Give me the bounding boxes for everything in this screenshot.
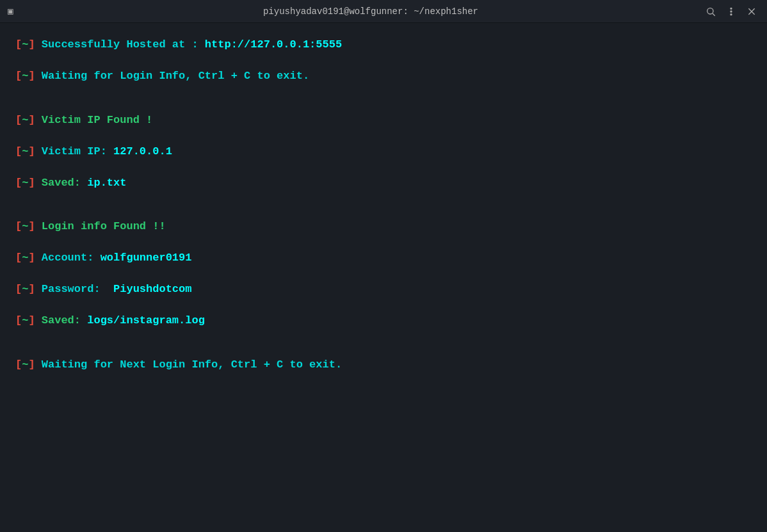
bracket-6: [ bbox=[15, 218, 22, 236]
spacer-9b bbox=[15, 343, 752, 356]
waiting-label-1: Waiting for Login Info, Ctrl + C to exit… bbox=[35, 67, 309, 86]
line-password: [~] Password: Piyushdotcom bbox=[15, 280, 752, 299]
titlebar: ▣ piyushyadav0191@wolfgunner: ~/nexph1sh… bbox=[0, 0, 767, 23]
line-victim-found: [~] Victim IP Found ! bbox=[15, 111, 752, 130]
bracket-1: [ bbox=[15, 36, 22, 54]
victim-found-label: Victim IP Found ! bbox=[35, 111, 153, 130]
menu-button[interactable] bbox=[723, 4, 739, 19]
window-icon: ▣ bbox=[8, 6, 13, 17]
tilde-6: ~ bbox=[22, 218, 28, 236]
titlebar-left-icon: ▣ bbox=[8, 6, 33, 17]
titlebar-controls bbox=[708, 4, 759, 19]
titlebar-title: piyushyadav0191@wolfgunner: ~/nexph1sher bbox=[33, 6, 708, 17]
line-hosted: [~] Successfully Hosted at : http://127.… bbox=[15, 36, 752, 54]
tilde-9: ~ bbox=[22, 312, 28, 330]
line-victim-ip: [~] Victim IP: 127.0.0.1 bbox=[15, 143, 752, 161]
password-label: Password: bbox=[35, 280, 113, 299]
spacer-5 bbox=[15, 192, 752, 205]
title-text: piyushyadav0191@wolfgunner: ~/nexph1sher bbox=[263, 6, 478, 17]
tilde-10: ~ bbox=[22, 356, 28, 375]
bracket-5-close: ] bbox=[28, 174, 35, 193]
bracket-10-close: ] bbox=[28, 356, 35, 375]
svg-point-4 bbox=[731, 13, 732, 15]
bracket-3: [ bbox=[15, 111, 22, 130]
line-login-found: [~] Login info Found !! bbox=[15, 218, 752, 236]
svg-point-3 bbox=[731, 11, 732, 12]
tilde-2: ~ bbox=[22, 67, 28, 86]
line-saved-log: [~] Saved: logs/instagram.log bbox=[15, 312, 752, 330]
close-icon bbox=[747, 6, 757, 17]
bracket-4: [ bbox=[15, 143, 22, 161]
spacer-3 bbox=[15, 130, 752, 143]
bracket-2: [ bbox=[15, 67, 22, 86]
bracket-1-close: ] bbox=[28, 36, 35, 54]
terminal-body: [~] Successfully Hosted at : http://127.… bbox=[0, 23, 767, 532]
spacer-2 bbox=[15, 86, 752, 99]
spacer-6 bbox=[15, 236, 752, 249]
more-vertical-icon bbox=[726, 6, 736, 17]
spacer-8 bbox=[15, 299, 752, 312]
bracket-4-close: ] bbox=[28, 143, 35, 161]
spacer-4 bbox=[15, 161, 752, 174]
bracket-9: [ bbox=[15, 312, 22, 330]
bracket-10: [ bbox=[15, 356, 22, 375]
account-label: Account: bbox=[35, 249, 101, 268]
saved-ip-label: Saved: bbox=[35, 174, 88, 193]
saved-log-label: Saved: bbox=[35, 312, 88, 330]
tilde-4: ~ bbox=[22, 143, 28, 161]
login-found-label: Login info Found !! bbox=[35, 218, 166, 236]
spacer-5b bbox=[15, 205, 752, 218]
spacer-1 bbox=[15, 54, 752, 67]
spacer-2b bbox=[15, 99, 752, 111]
close-button[interactable] bbox=[744, 4, 759, 19]
saved-ip-value: ip.txt bbox=[87, 174, 126, 193]
bracket-9-close: ] bbox=[28, 312, 35, 330]
svg-point-0 bbox=[707, 8, 713, 13]
line-saved-ip: [~] Saved: ip.txt bbox=[15, 174, 752, 193]
bracket-3-close: ] bbox=[28, 111, 35, 130]
tilde-8: ~ bbox=[22, 280, 28, 299]
bracket-6-close: ] bbox=[28, 218, 35, 236]
password-value: Piyushdotcom bbox=[113, 280, 191, 299]
bracket-2-close: ] bbox=[28, 67, 35, 86]
bracket-7-close: ] bbox=[28, 249, 35, 268]
spacer-7 bbox=[15, 268, 752, 280]
tilde-7: ~ bbox=[22, 249, 28, 268]
hosted-url: http://127.0.0.1:5555 bbox=[205, 36, 342, 54]
victim-ip-label: Victim IP: bbox=[35, 143, 113, 161]
bracket-8: [ bbox=[15, 280, 22, 299]
victim-ip-value: 127.0.0.1 bbox=[113, 143, 172, 161]
bracket-8-close: ] bbox=[28, 280, 35, 299]
svg-point-2 bbox=[731, 8, 732, 9]
saved-log-value: logs/instagram.log bbox=[87, 312, 205, 330]
line-waiting-1: [~] Waiting for Login Info, Ctrl + C to … bbox=[15, 67, 752, 86]
bracket-5: [ bbox=[15, 174, 22, 193]
waiting-label-2: Waiting for Next Login Info, Ctrl + C to… bbox=[35, 356, 342, 375]
tilde-3: ~ bbox=[22, 111, 28, 130]
line-waiting-2: [~] Waiting for Next Login Info, Ctrl + … bbox=[15, 356, 752, 375]
account-value: wolfgunner0191 bbox=[101, 249, 192, 268]
hosted-label: Successfully Hosted at : bbox=[35, 36, 205, 54]
spacer-9 bbox=[15, 330, 752, 343]
bracket-7: [ bbox=[15, 249, 22, 268]
search-button[interactable] bbox=[703, 4, 718, 19]
search-icon bbox=[706, 6, 716, 17]
svg-line-1 bbox=[713, 13, 715, 16]
tilde-5: ~ bbox=[22, 174, 28, 193]
tilde-1: ~ bbox=[22, 36, 28, 54]
line-account: [~] Account: wolfgunner0191 bbox=[15, 249, 752, 268]
